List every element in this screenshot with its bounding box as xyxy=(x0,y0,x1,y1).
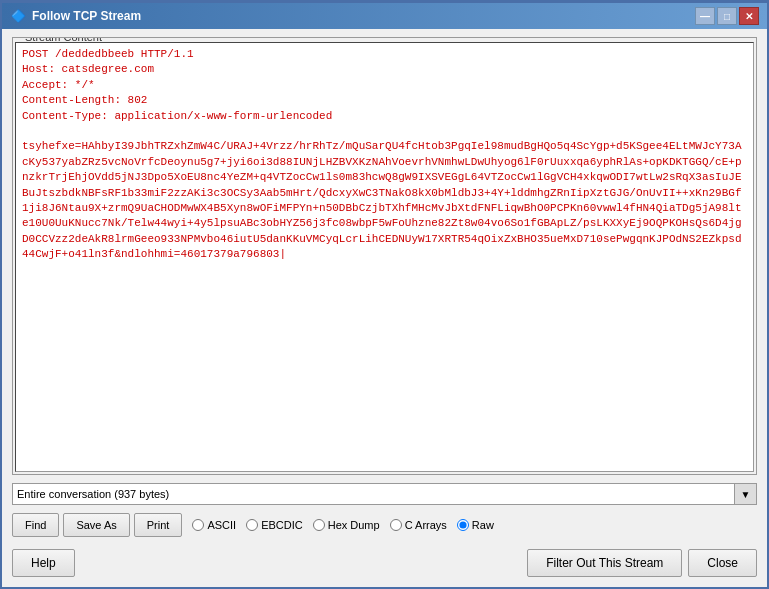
maximize-button[interactable]: □ xyxy=(717,7,737,25)
stream-content-area[interactable]: POST /deddedbbeeb HTTP/1.1 Host: catsdeg… xyxy=(15,42,754,472)
window-title: Follow TCP Stream xyxy=(32,9,141,23)
raw-radio-label[interactable]: Raw xyxy=(457,519,494,531)
window-body: Stream Content POST /deddedbbeeb HTTP/1.… xyxy=(2,29,767,587)
find-button[interactable]: Find xyxy=(12,513,59,537)
hexdump-radio[interactable] xyxy=(313,519,325,531)
raw-label: Raw xyxy=(472,519,494,531)
minimize-button[interactable]: — xyxy=(695,7,715,25)
encoding-radio-group: ASCII EBCDIC Hex Dump C Arrays Raw xyxy=(192,519,493,531)
carrays-label: C Arrays xyxy=(405,519,447,531)
stream-group-inner: POST /deddedbbeeb HTTP/1.1 Host: catsdeg… xyxy=(13,42,756,474)
action-button-row: Find Save As Print ASCII EBCDIC Hex Dump xyxy=(12,511,757,539)
carrays-radio-label[interactable]: C Arrays xyxy=(390,519,447,531)
dropdown-row: Entire conversation (937 bytes) ▼ xyxy=(12,483,757,505)
save-as-button[interactable]: Save As xyxy=(63,513,129,537)
filter-out-button[interactable]: Filter Out This Stream xyxy=(527,549,682,577)
raw-radio[interactable] xyxy=(457,519,469,531)
ascii-radio[interactable] xyxy=(192,519,204,531)
stream-content-group: Stream Content POST /deddedbbeeb HTTP/1.… xyxy=(12,37,757,475)
conversation-select[interactable]: Entire conversation (937 bytes) xyxy=(12,483,735,505)
bottom-left: Help xyxy=(12,549,75,577)
ebcdic-radio-label[interactable]: EBCDIC xyxy=(246,519,303,531)
bottom-right: Filter Out This Stream Close xyxy=(527,549,757,577)
bottom-row: Help Filter Out This Stream Close xyxy=(12,545,757,579)
window-icon: 🔷 xyxy=(10,8,26,24)
ascii-label: ASCII xyxy=(207,519,236,531)
window-close-button[interactable]: ✕ xyxy=(739,7,759,25)
ascii-radio-label[interactable]: ASCII xyxy=(192,519,236,531)
title-bar-left: 🔷 Follow TCP Stream xyxy=(10,8,141,24)
hexdump-label: Hex Dump xyxy=(328,519,380,531)
title-bar: 🔷 Follow TCP Stream — □ ✕ xyxy=(2,3,767,29)
carrays-radio[interactable] xyxy=(390,519,402,531)
close-button[interactable]: Close xyxy=(688,549,757,577)
hexdump-radio-label[interactable]: Hex Dump xyxy=(313,519,380,531)
print-button[interactable]: Print xyxy=(134,513,183,537)
ebcdic-label: EBCDIC xyxy=(261,519,303,531)
title-bar-buttons: — □ ✕ xyxy=(695,7,759,25)
help-button[interactable]: Help xyxy=(12,549,75,577)
dropdown-arrow-button[interactable]: ▼ xyxy=(735,483,757,505)
follow-tcp-stream-window: 🔷 Follow TCP Stream — □ ✕ Stream Content… xyxy=(0,0,769,589)
ebcdic-radio[interactable] xyxy=(246,519,258,531)
